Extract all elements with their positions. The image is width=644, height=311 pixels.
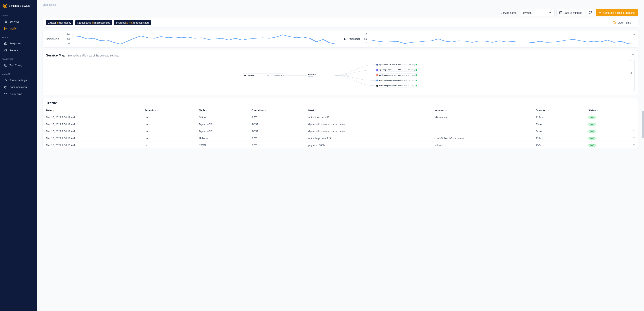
plus-icon bbox=[598, 11, 602, 15]
cell-location: / bbox=[431, 128, 533, 135]
row-expand-button[interactable] bbox=[630, 128, 638, 135]
row-expand-button[interactable] bbox=[630, 135, 638, 142]
cell-duration: 121ms bbox=[533, 135, 586, 142]
charts-card: Inbound 0.4 0.2 0 Outbound 1 0.5 0 bbox=[42, 30, 638, 48]
column-header-tech[interactable]: Tech▲▼ bbox=[196, 107, 249, 114]
refresh-button[interactable] bbox=[586, 9, 594, 16]
cell-duration: 227ms bbox=[533, 114, 586, 121]
bug-icon bbox=[4, 49, 7, 52]
cell-location: /v1/balance bbox=[431, 114, 533, 121]
sort-icon: ▲▼ bbox=[446, 110, 447, 112]
cell-date: Mar 15, 2022 7:50:19 AM bbox=[43, 128, 142, 135]
column-header-duration[interactable]: Duration▲▼ bbox=[533, 107, 586, 114]
cell-direction: out bbox=[142, 128, 196, 135]
cell-host: api.stripe.com:443 bbox=[306, 114, 431, 121]
row-expand-button[interactable] bbox=[630, 121, 638, 128]
column-header-host[interactable]: Host▲▼ bbox=[306, 107, 431, 114]
column-label: Tech bbox=[199, 109, 205, 112]
sidebar-item-quick-start[interactable]: Quick Start bbox=[0, 90, 37, 98]
ytick: 0.2 bbox=[66, 38, 70, 40]
ytick: 0 bbox=[364, 42, 367, 45]
svg-text:discovery.googleapis.c...: discovery.googleapis.c... bbox=[380, 80, 401, 82]
svg-text:(17%): (17%) bbox=[411, 74, 415, 76]
time-range-button[interactable]: Last 15 minutes bbox=[556, 9, 585, 16]
sidebar-item-services[interactable]: Services bbox=[0, 18, 37, 25]
column-label: Operation bbox=[252, 109, 264, 112]
sort-icon: ▲▼ bbox=[597, 110, 598, 112]
camera-icon bbox=[4, 42, 7, 45]
cell-tech: DynamoDB bbox=[196, 128, 249, 135]
list-icon bbox=[4, 20, 7, 23]
svg-text:128: 128 bbox=[408, 64, 411, 66]
column-header-date[interactable]: Date▲▼ bbox=[43, 107, 142, 114]
svg-text:api.stripe.com: api.stripe.com bbox=[380, 69, 392, 71]
sidebar-item-reports[interactable]: Reports bbox=[0, 47, 37, 54]
svg-text:payment: payment bbox=[247, 74, 254, 76]
table-row[interactable]: Mar 15, 2022 7:50:19 AMoutDynamoDBPOSTdy… bbox=[43, 128, 638, 135]
cell-date: Mar 15, 2022 7:50:19 AM bbox=[43, 135, 142, 142]
logo-mark-icon bbox=[3, 4, 7, 8]
generate-snapshot-label: Generate a Traffic Snapshot bbox=[603, 11, 636, 14]
svg-text:443: 443 bbox=[398, 74, 401, 76]
ytick: 1 bbox=[364, 33, 367, 36]
cell-direction: out bbox=[142, 114, 196, 121]
user-cog-icon bbox=[4, 78, 7, 82]
column-header-location[interactable]: Location▲▼ bbox=[431, 107, 533, 114]
svg-text:port:: port: bbox=[394, 85, 397, 86]
scrollbar-thumb[interactable] bbox=[642, 111, 644, 138]
outbound-y-axis: 1 0.5 0 bbox=[364, 33, 367, 45]
toolbar: Service name: payment Last 15 minutes Ge… bbox=[37, 8, 644, 18]
column-header-status[interactable]: Status▲▼ bbox=[586, 107, 630, 114]
table-row[interactable]: Mar 15, 2022 7:50:19 AMoutStripeGETapi.s… bbox=[43, 114, 638, 121]
outbound-sparkline bbox=[371, 33, 634, 45]
sidebar-item-tenant-settings[interactable]: Tenant settings bbox=[0, 77, 37, 84]
filter-chip[interactable]: Cluster is dev-decoy bbox=[46, 20, 73, 25]
svg-point-33 bbox=[244, 75, 246, 76]
sidebar-item-snapshots[interactable]: Snapshots bbox=[0, 40, 37, 47]
table-row[interactable]: Mar 15, 2022 7:50:19 AMoutHubspotGETapi.… bbox=[43, 135, 638, 142]
row-expand-button[interactable] bbox=[630, 142, 638, 149]
cell-tech: Hubspot bbox=[196, 135, 249, 142]
cell-operation: GET bbox=[249, 135, 306, 142]
svg-rect-70 bbox=[376, 80, 378, 82]
svg-text:443: 443 bbox=[398, 84, 401, 86]
svg-text:(2%): (2%) bbox=[411, 85, 414, 86]
column-header-direction[interactable]: Direction▲▼ bbox=[142, 107, 196, 114]
cell-location: /crm/v3/objects/companies bbox=[431, 135, 533, 142]
chevron-down-icon bbox=[548, 11, 552, 15]
service-name-select[interactable]: payment bbox=[520, 9, 554, 16]
zoom-in-button[interactable]: + bbox=[628, 60, 633, 65]
table-row[interactable]: Mar 15, 2022 7:50:19 AMinJSONGETpayment:… bbox=[43, 142, 638, 149]
column-header-operation[interactable]: Operation▲▼ bbox=[249, 107, 306, 114]
svg-text:payment: payment bbox=[308, 73, 316, 75]
row-expand-button[interactable] bbox=[630, 114, 638, 121]
logo[interactable]: SPEEDSCALE bbox=[0, 2, 37, 12]
service-map-canvas[interactable]: + − paymentport:8080requests:164paymentS… bbox=[46, 59, 635, 92]
open-filters-button[interactable]: Open filters bbox=[613, 21, 635, 25]
service-map-collapse-button[interactable] bbox=[631, 53, 635, 57]
cell-direction: out bbox=[142, 121, 196, 128]
svg-text:(7%): (7%) bbox=[411, 80, 414, 82]
sidebar-item-label: Test Config bbox=[10, 64, 22, 67]
status-badge: 200 bbox=[588, 123, 596, 126]
sidebar: SPEEDSCALE ANALYZEServicesTrafficREPLAYS… bbox=[0, 0, 37, 311]
charts-collapse-button[interactable] bbox=[632, 33, 636, 37]
sidebar-item-test-config[interactable]: Test Config bbox=[0, 62, 37, 69]
svg-text:164: 164 bbox=[281, 74, 284, 76]
traffic-table: Date▲▼Direction▲▼Tech▲▼Operation▲▼Host▲▼… bbox=[43, 107, 638, 149]
sidebar-item-documentation[interactable]: Documentation bbox=[0, 84, 37, 90]
zoom-out-button[interactable]: − bbox=[628, 66, 633, 70]
fullscreen-button[interactable] bbox=[628, 71, 633, 75]
filter-chip[interactable]: Protocol is not unrecognized bbox=[114, 20, 151, 25]
filter-chip[interactable]: Namespace is microservices bbox=[75, 20, 112, 25]
cell-status: 200 bbox=[586, 121, 630, 128]
svg-text:requests:: requests: bbox=[274, 75, 280, 76]
sidebar-item-traffic[interactable]: Traffic bbox=[0, 25, 37, 32]
svg-point-18 bbox=[5, 79, 6, 80]
service-map-title: Service Map bbox=[46, 54, 65, 58]
refresh-icon bbox=[588, 11, 592, 15]
table-row[interactable]: Mar 15, 2022 7:50:19 AMoutDynamoDBPOSTdy… bbox=[43, 121, 638, 128]
generate-snapshot-button[interactable]: Generate a Traffic Snapshot bbox=[596, 9, 638, 16]
cell-location: / bbox=[431, 121, 533, 128]
svg-rect-43 bbox=[376, 64, 378, 66]
